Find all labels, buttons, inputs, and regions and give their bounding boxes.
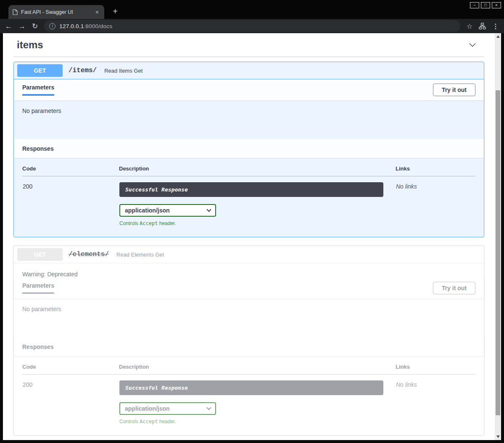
no-parameters-text: No parameters — [22, 107, 61, 114]
minimize-button[interactable]: − — [470, 2, 479, 8]
description-column-header: Description — [119, 165, 396, 176]
method-badge: GET — [17, 64, 63, 77]
accept-note-code: Accept — [140, 419, 158, 425]
browser-tab[interactable]: Fast API - Swagger UI × — [8, 5, 104, 19]
code-column-header: Code — [22, 364, 119, 375]
parameters-body: No parameters — [14, 100, 484, 139]
scroll-down-button[interactable] — [495, 433, 501, 440]
site-info-icon[interactable]: i — [49, 23, 55, 29]
media-type-select[interactable]: application/json — [119, 402, 216, 415]
url-path: :8000/docs — [84, 23, 112, 29]
browser-toolbar: ← → ↻ i 127.0.0.1:8000/docs ☆ ⋮ — [0, 19, 504, 33]
response-row: 200 Successful Response application/json… — [22, 375, 475, 425]
responses-body: Code Description Links 200 Successful Re… — [14, 356, 484, 435]
method-badge: GET — [17, 248, 63, 261]
response-links: No links — [396, 375, 475, 425]
responses-table: Code Description Links 200 Successful Re… — [22, 364, 475, 425]
swagger-content: items GET /items/ Read Items Get Paramet… — [3, 33, 495, 440]
links-column-header: Links — [396, 165, 475, 176]
responses-section-header: Responses — [14, 139, 484, 158]
tab-title: Fast API - Swagger UI — [21, 9, 91, 15]
scrollbar[interactable] — [495, 33, 501, 440]
operation-path: /items/ — [69, 67, 97, 74]
response-description: Successful Response — [119, 182, 383, 197]
new-tab-button[interactable]: + — [110, 6, 120, 16]
parameters-body: No parameters — [14, 299, 484, 337]
media-type-value: application/json — [125, 405, 170, 412]
page-favicon-icon — [13, 9, 18, 15]
browser-menu-icon[interactable]: ⋮ — [492, 23, 499, 30]
response-description-cell: Successful Response application/json Con… — [119, 176, 396, 227]
media-type-select[interactable]: application/json — [119, 204, 216, 217]
opblock-summary-elements[interactable]: GET /elements/ Read Elements Get — [14, 246, 484, 263]
browser-titlebar: Fast API - Swagger UI × + − □ × — [0, 0, 504, 19]
response-links: No links — [396, 176, 475, 227]
url-text: 127.0.0.1:8000/docs — [59, 23, 112, 29]
parameters-tab-label: Parameters — [22, 282, 54, 289]
media-hub-icon[interactable] — [479, 23, 486, 29]
response-description-cell: Successful Response application/json Con… — [119, 375, 396, 425]
operation-summary: Read Elements Get — [116, 252, 480, 258]
parameters-section-header: Parameters Try it out — [14, 278, 484, 299]
responses-section-header: Responses — [14, 337, 484, 356]
no-parameters-text: No parameters — [22, 306, 61, 312]
parameters-tab-label: Parameters — [22, 84, 54, 91]
scroll-up-button[interactable] — [495, 33, 501, 40]
bookmark-star-icon[interactable]: ☆ — [467, 23, 472, 30]
items-section-header: items — [13, 37, 484, 57]
scroll-up-arrow-icon — [496, 35, 500, 38]
opblock-get-items: GET /items/ Read Items Get Parameters Tr… — [13, 62, 484, 237]
code-column-header: Code — [22, 165, 119, 176]
description-column-header: Description — [119, 364, 396, 375]
opblock-summary-items[interactable]: GET /items/ Read Items Get — [14, 62, 484, 79]
window-controls: − □ × — [470, 2, 501, 8]
accept-header-note: Controls Accept header. — [119, 419, 395, 425]
links-column-header: Links — [396, 364, 475, 375]
section-title[interactable]: items — [17, 39, 43, 51]
media-type-value: application/json — [125, 207, 170, 214]
tab-close-icon[interactable]: × — [94, 9, 100, 16]
scrollbar-thumb[interactable] — [496, 90, 500, 415]
close-button[interactable]: × — [492, 2, 501, 8]
parameters-section-header: Parameters Try it out — [14, 79, 484, 100]
forward-button[interactable]: → — [18, 23, 26, 30]
url-host: 127.0.0.1 — [59, 23, 84, 29]
maximize-button[interactable]: □ — [481, 2, 490, 8]
response-code: 200 — [22, 375, 119, 425]
accept-header-note: Controls Accept header. — [119, 220, 395, 226]
try-it-out-button[interactable]: Try it out — [433, 84, 475, 96]
page-viewport: items GET /items/ Read Items Get Paramet… — [3, 33, 501, 440]
scroll-down-arrow-icon — [496, 435, 500, 438]
response-code: 200 — [22, 176, 119, 227]
chevron-down-icon[interactable] — [467, 40, 478, 50]
back-button[interactable]: ← — [5, 23, 12, 30]
opblock-get-elements: GET /elements/ Read Elements Get Warning… — [13, 246, 484, 435]
operation-summary: Read Items Get — [104, 68, 480, 74]
parameters-tab[interactable]: Parameters — [22, 282, 54, 294]
response-description: Successful Response — [119, 380, 383, 395]
response-row: 200 Successful Response application/json… — [22, 176, 475, 227]
deprecated-warning: Warning: Deprecated — [14, 263, 484, 278]
responses-title: Responses — [22, 343, 54, 350]
address-bar[interactable]: i 127.0.0.1:8000/docs — [44, 20, 460, 32]
operation-path: /elements/ — [69, 251, 109, 258]
reload-button[interactable]: ↻ — [32, 23, 38, 30]
accept-note-suffix: header. — [158, 419, 176, 425]
parameters-tab[interactable]: Parameters — [22, 84, 54, 96]
select-chevron-icon — [206, 405, 211, 410]
select-chevron-icon — [206, 207, 211, 212]
active-tab-underline — [22, 292, 54, 294]
browser-window: Fast API - Swagger UI × + − □ × ← → ↻ i … — [0, 0, 504, 443]
responses-body: Code Description Links 200 Successful Re… — [14, 158, 484, 237]
accept-note-prefix: Controls — [119, 220, 140, 226]
responses-title: Responses — [22, 145, 54, 152]
accept-note-suffix: header. — [158, 220, 176, 226]
accept-note-code: Accept — [140, 220, 158, 226]
active-tab-underline — [22, 94, 54, 96]
responses-table: Code Description Links 200 Successful Re… — [22, 165, 475, 227]
try-it-out-button[interactable]: Try it out — [433, 282, 475, 294]
accept-note-prefix: Controls — [119, 419, 140, 425]
